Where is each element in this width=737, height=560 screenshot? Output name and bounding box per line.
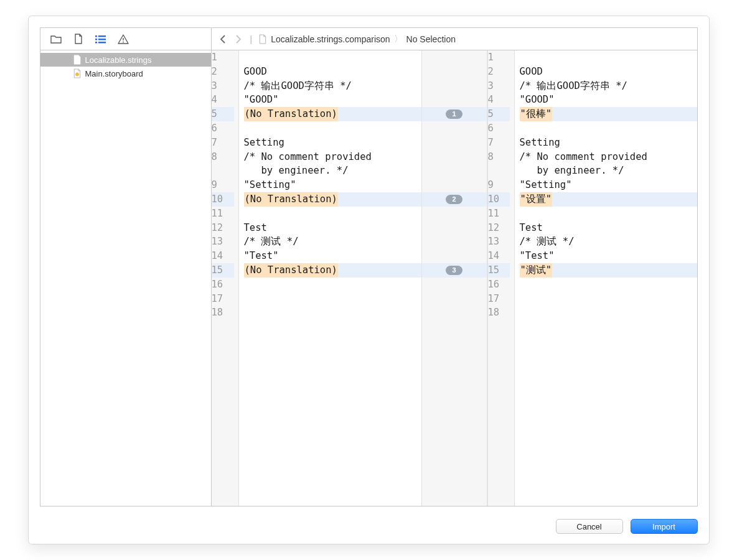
dialog-footer: Cancel Import	[40, 506, 698, 534]
line-number: 6	[488, 121, 510, 136]
line-number: 13	[212, 235, 234, 249]
right-gutter: 1 2 3 4 5 6 7 8 9 10 11 12 13 14 15 16	[487, 50, 515, 506]
strings-file-icon	[73, 55, 82, 65]
code-line	[244, 306, 421, 320]
sidebar-item-label: Main.storyboard	[85, 69, 143, 78]
code-line	[244, 50, 421, 65]
sidebar-item-localizable[interactable]: Localizable.strings	[40, 53, 211, 67]
code-line: (No Translation)	[244, 192, 421, 207]
code-line: /* 测试 */	[520, 235, 697, 249]
line-number: 5	[488, 107, 510, 121]
code-line: /* No comment provided	[520, 150, 697, 164]
diff-badge[interactable]: 2	[422, 192, 487, 207]
line-number: 14	[212, 249, 234, 263]
svg-point-8	[75, 73, 79, 77]
folder-icon[interactable]	[50, 34, 62, 45]
list-icon[interactable]	[95, 34, 106, 45]
svg-rect-0	[95, 35, 97, 37]
code-line	[520, 278, 697, 292]
code-line: /* 输出GOOD字符串 */	[520, 79, 697, 93]
warning-icon[interactable]	[118, 34, 129, 45]
right-code[interactable]: GOOD /* 输出GOOD字符串 */ "GOOD" "很棒" Setting…	[515, 50, 697, 506]
code-line	[520, 207, 697, 221]
code-line: "GOOD"	[244, 93, 421, 107]
line-number: 14	[488, 249, 510, 263]
code-line: /* 测试 */	[244, 235, 421, 249]
line-number: 11	[488, 207, 510, 221]
line-number: 15	[212, 263, 234, 278]
code-line: Test	[244, 221, 421, 235]
code-line	[244, 207, 421, 221]
code-line: (No Translation)	[244, 107, 421, 121]
diff-center: 1 2 3	[421, 50, 487, 506]
code-line: "Test"	[244, 249, 421, 263]
diff-badge[interactable]: 1	[422, 107, 487, 121]
line-number: 12	[212, 221, 234, 235]
line-number: 15	[488, 263, 510, 278]
line-number	[488, 164, 510, 178]
breadcrumb-bar: | Localizable.strings.comparison 〉 No Se…	[212, 28, 697, 50]
line-number: 7	[488, 136, 510, 150]
svg-point-7	[123, 41, 124, 42]
code-line: Setting	[244, 136, 421, 150]
left-code[interactable]: GOOD /* 输出GOOD字符串 */ "GOOD" (No Translat…	[239, 50, 421, 506]
code-line	[520, 50, 697, 65]
svg-rect-2	[95, 39, 97, 40]
code-line: Test	[520, 221, 697, 235]
code-line	[244, 292, 421, 306]
line-number	[212, 164, 234, 178]
nav-back-icon[interactable]	[218, 35, 229, 44]
import-button[interactable]: Import	[631, 519, 698, 534]
diff-badge[interactable]: 3	[422, 263, 487, 278]
code-line: by engineer. */	[520, 164, 697, 178]
line-number: 8	[212, 150, 234, 164]
svg-rect-4	[95, 42, 97, 44]
line-number: 4	[212, 93, 234, 107]
line-number: 2	[212, 65, 234, 79]
code-line: "GOOD"	[520, 93, 697, 107]
code-line: "Test"	[520, 249, 697, 263]
code-line	[520, 121, 697, 136]
breadcrumb-file[interactable]: Localizable.strings.comparison	[271, 34, 390, 44]
code-line: GOOD	[520, 65, 697, 79]
line-number: 17	[488, 292, 510, 306]
line-number: 4	[488, 93, 510, 107]
line-number: 3	[488, 79, 510, 93]
line-number: 18	[488, 306, 510, 320]
line-number: 5	[212, 107, 234, 121]
line-number: 1	[212, 50, 234, 65]
nav-forward-icon[interactable]	[233, 35, 244, 44]
dialog-window: Localizable.strings Main.storyboard | Lo…	[28, 16, 710, 544]
code-line: "很棒"	[520, 107, 697, 121]
left-gutter: 1 2 3 4 5 6 7 8 9 10 11 12 13 14 15 16	[212, 50, 239, 506]
diff-view: 1 2 3 4 5 6 7 8 9 10 11 12 13 14 15 16	[212, 50, 697, 506]
code-line: /* No comment provided	[244, 150, 421, 164]
code-line: /* 输出GOOD字符串 */	[244, 79, 421, 93]
line-number: 16	[212, 278, 234, 292]
line-number: 10	[488, 192, 510, 207]
file-tree: Localizable.strings Main.storyboard	[40, 50, 211, 80]
svg-rect-3	[98, 39, 106, 40]
sidebar-toolbar	[40, 28, 211, 50]
line-number: 2	[488, 65, 510, 79]
line-number: 3	[212, 79, 234, 93]
line-number: 7	[212, 136, 234, 150]
line-number: 10	[212, 192, 234, 207]
main-pane: | Localizable.strings.comparison 〉 No Se…	[212, 28, 697, 506]
code-line: "设置"	[520, 192, 697, 207]
storyboard-file-icon	[73, 68, 82, 78]
code-line: Setting	[520, 136, 697, 150]
code-line: (No Translation)	[244, 263, 421, 278]
line-number: 1	[488, 50, 510, 65]
code-line: "Setting"	[520, 178, 697, 192]
sidebar-item-storyboard[interactable]: Main.storyboard	[40, 67, 211, 80]
code-line	[520, 292, 697, 306]
line-number: 11	[212, 207, 234, 221]
cancel-button[interactable]: Cancel	[556, 519, 623, 534]
separator: |	[250, 34, 253, 44]
code-line	[244, 121, 421, 136]
breadcrumb-selection[interactable]: No Selection	[406, 34, 456, 44]
line-number: 16	[488, 278, 510, 292]
sidebar-item-label: Localizable.strings	[85, 55, 152, 65]
document-icon[interactable]	[73, 34, 84, 45]
